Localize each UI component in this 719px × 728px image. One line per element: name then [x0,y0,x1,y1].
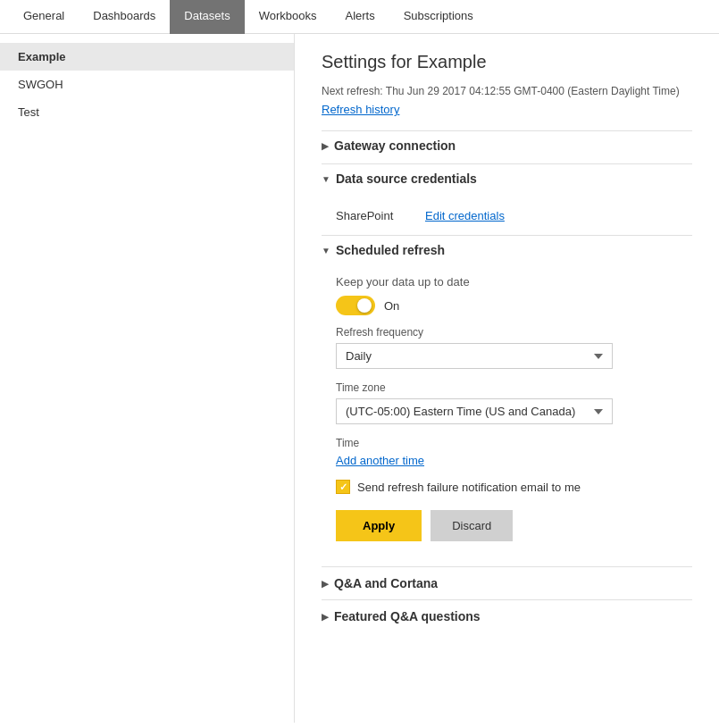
credentials-section-header[interactable]: ▼ Data source credentials [322,163,692,193]
credentials-section-label: Data source credentials [336,172,477,186]
sidebar-item-test[interactable]: Test [0,98,294,126]
time-section: Time Add another time [336,437,692,467]
notification-checkbox-label: Send refresh failure notification email … [357,481,581,494]
scheduled-refresh-arrow-icon: ▼ [322,246,330,255]
time-label: Time [336,437,692,449]
nav-workbooks[interactable]: Workbooks [245,0,331,34]
gateway-section-header[interactable]: ▶ Gateway connection [322,130,692,160]
scheduled-refresh-section-header[interactable]: ▼ Scheduled refresh [322,235,692,264]
notification-checkbox[interactable] [336,480,350,494]
keep-uptodate-label: Keep your data up to date [336,275,692,289]
featured-qa-label: Featured Q&A questions [334,609,481,623]
nav-general[interactable]: General [9,0,79,34]
timezone-label: Time zone [336,381,692,394]
scheduled-refresh-content: Keep your data up to date On Refresh fre… [322,268,692,566]
toggle-on-label: On [384,299,399,313]
main-layout: Example SWGOH Test Settings for Example … [0,34,719,723]
refresh-frequency-label: Refresh frequency [336,326,692,339]
sidebar: Example SWGOH Test [0,34,295,723]
featured-qa-section-header[interactable]: ▶ Featured Q&A questions [322,599,692,632]
scheduled-refresh-label: Scheduled refresh [336,243,445,257]
discard-button[interactable]: Discard [431,510,513,541]
credentials-section-content: SharePoint Edit credentials [322,197,692,235]
qa-cortana-arrow-icon: ▶ [322,579,329,589]
sidebar-item-swgoh[interactable]: SWGOH [0,71,294,98]
add-time-link[interactable]: Add another time [336,454,424,467]
timezone-dropdown[interactable]: (UTC-05:00) Eastern Time (US and Canada)… [336,398,613,424]
refresh-history-link[interactable]: Refresh history [322,103,399,116]
gateway-arrow-icon: ▶ [322,141,329,151]
sidebar-item-example[interactable]: Example [0,43,294,71]
settings-title: Settings for Example [322,52,692,72]
next-refresh-info: Next refresh: Thu Jun 29 2017 04:12:55 G… [322,85,692,97]
refresh-frequency-wrapper: Refresh frequency Daily Weekly [336,326,692,369]
edit-credentials-link[interactable]: Edit credentials [425,209,505,222]
settings-content: Settings for Example Next refresh: Thu J… [295,34,719,723]
scheduled-refresh-toggle[interactable] [336,296,375,315]
nav-dashboards[interactable]: Dashboards [79,0,170,34]
toggle-thumb [357,298,372,313]
action-buttons: Apply Discard [336,510,692,541]
apply-button[interactable]: Apply [336,510,422,541]
toggle-row: On [336,296,692,315]
nav-datasets[interactable]: Datasets [170,0,244,34]
featured-qa-arrow-icon: ▶ [322,612,329,622]
gateway-section-label: Gateway connection [334,138,456,153]
nav-alerts[interactable]: Alerts [330,0,389,34]
credentials-arrow-icon: ▼ [322,174,330,184]
refresh-frequency-dropdown[interactable]: Daily Weekly [336,343,613,369]
credentials-row: SharePoint Edit credentials [336,204,692,228]
nav-subscriptions[interactable]: Subscriptions [389,0,488,34]
top-navigation: General Dashboards Datasets Workbooks Al… [0,0,719,34]
notification-checkbox-row: Send refresh failure notification email … [336,480,692,494]
sharepoint-label: SharePoint [336,209,407,222]
qa-cortana-section-header[interactable]: ▶ Q&A and Cortana [322,566,692,599]
timezone-wrapper: Time zone (UTC-05:00) Eastern Time (US a… [336,381,692,424]
qa-cortana-label: Q&A and Cortana [334,576,438,590]
